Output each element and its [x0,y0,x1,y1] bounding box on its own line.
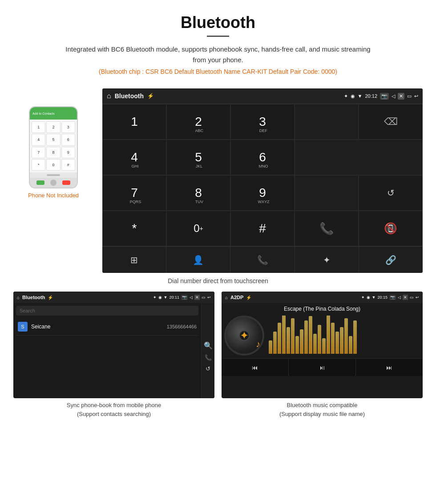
music-body: Escape (The Pina Colada Song) ✦ ♪ [222,303,423,358]
dial-key-4[interactable]: 4 GHI [102,140,166,175]
location-icon: ◉ [351,93,355,99]
pb-loc-icon: ◉ [158,295,162,300]
pb-search-btn[interactable]: 🔍 [204,341,213,350]
eq-bar [349,336,352,354]
music-title: A2DP [230,295,243,300]
music-playpause-btn[interactable]: ⏯ [289,359,356,376]
dial-key-6[interactable]: 6 MNO [230,140,295,175]
redial-key[interactable]: ↺ [359,175,423,211]
music-usb-icon: ⚡ [246,295,251,300]
phone-speaker [47,174,60,176]
music-next-btn[interactable]: ⏭ [356,359,423,376]
song-title: Escape (The Pina Colada Song) [224,306,420,312]
dial-screen: ⌂ Bluetooth ⚡ ✦ ◉ ▼ 20:12 📷 ◁ ✕ ▭ ↩ 1 2 … [102,88,423,273]
pb-close-icon: ✕ [194,295,200,300]
specs-line: (Bluetooth chip : CSR BC6 Default Blueto… [9,68,427,75]
phone-screen: 1 2 3 4 5 6 7 8 9 * 0 # [30,120,77,172]
eq-bar [344,318,348,354]
dial-key-hash[interactable]: # [230,211,295,246]
eq-bar [295,336,299,354]
dial-key-2[interactable]: 2 ABC [166,104,230,140]
camera-icon: 📷 [380,93,389,100]
eq-bar [322,338,326,354]
contact-phone: 13566664466 [167,324,197,329]
phone-end-btn [62,180,70,185]
bt-icon: ✦ [344,93,348,99]
phone-key: # [61,159,75,171]
description-text: Integrated with BC6 Bluetooth module, su… [62,44,374,65]
music-screen: ⌂ A2DP ⚡ ✦ ◉ ▼ 20:15 📷 ◁ ✕ ▭ ↩ Es [222,292,423,398]
music-caption: Bluetooth music compatible (Support disp… [222,401,423,418]
phone-aside: Add to Contacts 1 2 3 4 5 6 7 8 9 * 0 # [13,88,93,199]
phone-key: 1 [32,121,45,133]
pb-status-bar: ⌂ Bluetooth ⚡ ✦ ◉ ▼ 20:11 📷 ◁ ✕ ▭ ↩ [13,292,214,303]
phonebook-body: Search S Seicane 13566664466 [13,303,201,338]
grid-btn[interactable]: ⊞ [102,247,166,273]
music-status-right: ✦ ◉ ▼ 20:15 📷 ◁ ✕ ▭ ↩ [361,295,419,300]
phone-key: 0 [46,159,60,171]
eq-bar [309,316,312,354]
search-bar[interactable]: Search [16,306,198,316]
contact-name: Seicane [31,324,167,330]
phone-key: 7 [32,147,45,158]
dial-key-8[interactable]: 8 TUV [166,175,230,211]
eq-bar [331,323,335,354]
music-cam-icon: 📷 [389,295,396,300]
pb-main: Search S Seicane 13566664466 [13,303,201,398]
eq-bar [335,332,339,354]
bluetooth-btn[interactable]: ✦ [295,247,359,273]
pb-home-icon[interactable]: ⌂ [17,295,20,300]
music-bt-icon: ✦ [361,295,365,300]
dial-key-7[interactable]: 7 PQRS [102,175,166,211]
dial-empty-2 [295,140,423,175]
phonebook-wrap: ⌂ Bluetooth ⚡ ✦ ◉ ▼ 20:11 📷 ◁ ✕ ▭ ↩ [13,292,214,418]
main-section: Add to Contacts 1 2 3 4 5 6 7 8 9 * 0 # [0,88,436,273]
clock: 20:12 [365,93,377,99]
pb-content: Search S Seicane 13566664466 🔍 📞 [13,303,214,398]
contact-row[interactable]: S Seicane 13566664466 [16,318,198,336]
eq-bar [273,332,277,354]
music-time: 20:15 [377,295,388,300]
pb-time: 20:11 [169,295,179,300]
phone-bottom [30,178,77,188]
bottom-screens: ⌂ Bluetooth ⚡ ✦ ◉ ▼ 20:11 📷 ◁ ✕ ▭ ↩ [0,292,436,418]
dial-key-3[interactable]: 3 DEF [230,104,295,140]
page-title: Bluetooth [9,13,427,32]
phone-key: * [32,159,45,171]
dial-grid: 1 2 ABC 3 DEF ⌫ 4 GHI 5 JKL 6 MNO 7 PQRS… [102,104,423,246]
pb-status-left: ⌂ Bluetooth ⚡ [17,295,53,300]
end-call-button[interactable]: 📵 [359,211,423,246]
call-button[interactable]: 📞 [295,211,359,246]
eq-bar [340,327,343,354]
dial-key-0[interactable]: 0+ [166,211,230,246]
dial-key-star[interactable]: * [102,211,166,246]
status-bar: ⌂ Bluetooth ⚡ ✦ ◉ ▼ 20:12 📷 ◁ ✕ ▭ ↩ [102,88,423,104]
music-bottom-bar: ⏮ ⏯ ⏭ [222,358,423,376]
dial-key-1[interactable]: 1 [102,104,166,140]
pb-call-btn[interactable]: 📞 [205,354,212,361]
pb-refresh-btn[interactable]: ↺ [206,365,210,372]
music-home-icon[interactable]: ⌂ [225,295,228,300]
contacts-btn[interactable]: 👤 [166,247,230,273]
phone-image: Add to Contacts 1 2 3 4 5 6 7 8 9 * 0 # [29,106,78,188]
eq-bar [282,316,286,354]
phone-key: 4 [32,134,45,145]
eq-bar [313,334,317,354]
music-back-icon[interactable]: ↩ [416,295,419,300]
link-btn[interactable]: 🔗 [359,247,423,273]
dial-key-9[interactable]: 9 WXYZ [230,175,295,211]
music-prev-btn[interactable]: ⏮ [222,359,289,376]
pb-back-icon[interactable]: ↩ [207,295,211,300]
phone-key: 9 [61,147,75,158]
backspace-key[interactable]: ⌫ [359,104,423,140]
phone-btn[interactable]: 📞 [230,247,295,273]
dial-key-5[interactable]: 5 JKL [166,140,230,175]
music-status-left: ⌂ A2DP ⚡ [225,295,251,300]
pb-screen-icon: ▭ [202,295,206,300]
usb-icon: ⚡ [147,93,154,99]
home-icon[interactable]: ⌂ [107,92,111,100]
phone-key: 2 [46,121,60,133]
phone-top-bar: Add to Contacts [30,107,77,120]
eq-bar [269,340,272,354]
back-icon[interactable]: ↩ [414,93,418,99]
